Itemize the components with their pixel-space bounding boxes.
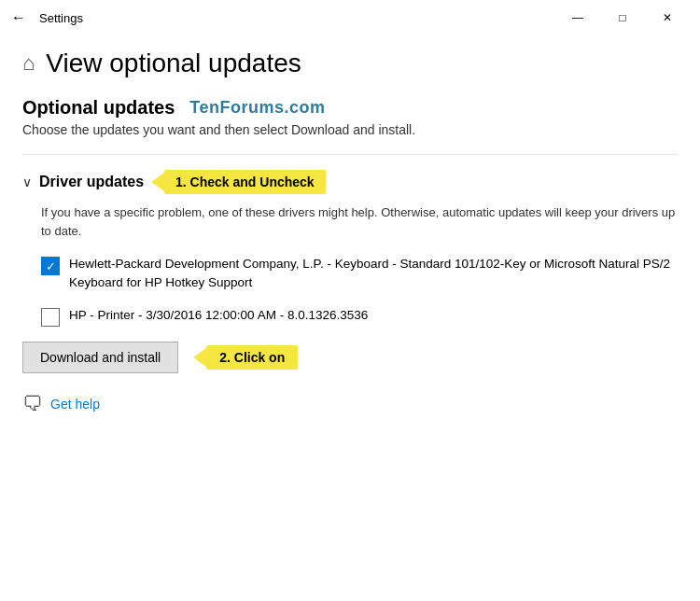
callout-arrow-2 (193, 348, 206, 367)
callout-label-1: 1. Check and Uncheck (164, 170, 326, 194)
checkbox-unchecked-2[interactable] (41, 308, 60, 327)
button-area: Download and install 2. Click on (22, 342, 678, 373)
close-button[interactable]: ✕ (646, 4, 689, 32)
optional-updates-header: Optional updates TenForums.com (22, 97, 678, 119)
driver-updates-title: Driver updates (39, 174, 144, 190)
collapse-icon[interactable]: ∨ (22, 175, 32, 189)
callout-badge-1: 1. Check and Uncheck (151, 170, 326, 194)
callout-badge-2: 2. Click on (193, 345, 298, 370)
home-icon: ⌂ (22, 51, 35, 76)
callout-label-2: 2. Click on (206, 345, 298, 370)
titlebar-title: Settings (39, 11, 83, 25)
maximize-button[interactable]: □ (601, 4, 644, 32)
divider (22, 154, 678, 155)
driver-updates-header: ∨ Driver updates 1. Check and Uncheck (22, 170, 678, 194)
page-header: ⌂ View optional updates (22, 49, 678, 78)
optional-updates-description: Choose the updates you want and then sel… (22, 122, 678, 137)
help-section: 🗨 Get help (22, 392, 678, 416)
get-help-link[interactable]: Get help (50, 397, 100, 412)
back-button[interactable]: ← (7, 7, 30, 28)
titlebar-controls: — □ ✕ (556, 4, 689, 32)
driver-updates-section: ∨ Driver updates 1. Check and Uncheck If… (22, 170, 678, 327)
watermark: TenForums.com (189, 98, 325, 118)
help-icon: 🗨 (22, 392, 43, 416)
checkbox-1[interactable]: ✓ (41, 257, 60, 275)
download-install-button[interactable]: Download and install (22, 342, 178, 373)
checkbox-checked-1[interactable]: ✓ (41, 257, 60, 275)
checkbox-2[interactable] (41, 308, 60, 327)
page-title: View optional updates (46, 49, 301, 78)
optional-updates-title: Optional updates (22, 97, 175, 119)
driver-item-1-label: Hewlett-Packard Development Company, L.P… (69, 255, 678, 293)
main-content: ⌂ View optional updates Optional updates… (0, 34, 700, 601)
callout-arrow-1 (151, 173, 164, 191)
driver-item-2-label: HP - Printer - 3/30/2016 12:00:00 AM - 8… (69, 306, 368, 325)
driver-item-1: ✓ Hewlett-Packard Development Company, L… (41, 255, 678, 293)
driver-item-2: HP - Printer - 3/30/2016 12:00:00 AM - 8… (41, 306, 678, 327)
minimize-button[interactable]: — (556, 4, 599, 32)
titlebar: ← Settings — □ ✕ (0, 0, 700, 34)
driver-info-text: If you have a specific problem, one of t… (41, 203, 678, 240)
titlebar-left: ← Settings (7, 7, 83, 28)
